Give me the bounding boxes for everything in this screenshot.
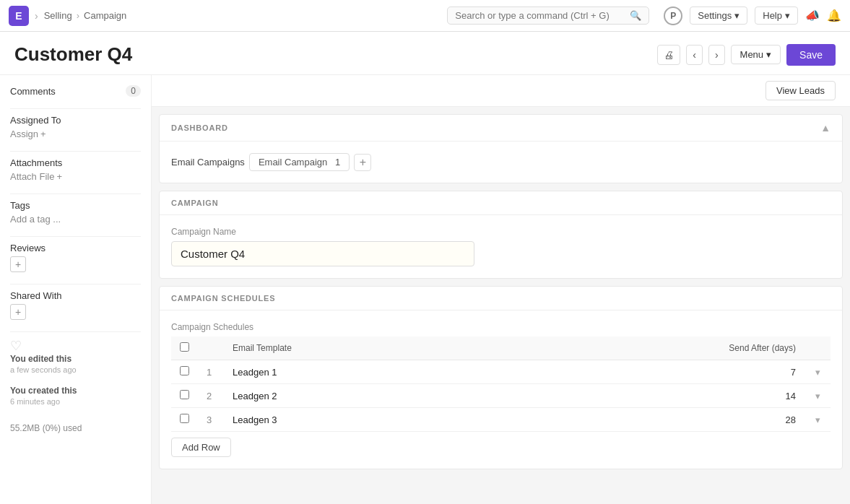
row-dropdown-icon[interactable]: ▾: [815, 414, 820, 425]
user-badge: P: [664, 6, 682, 25]
comments-count: 0: [126, 85, 141, 97]
dashboard-toggle[interactable]: ▲: [820, 122, 831, 134]
row-num: 2: [198, 384, 224, 408]
sidebar-comments-section: Comments 0: [10, 85, 141, 97]
row-send-after: 7: [500, 360, 805, 384]
row-template-name: Leadgen 3: [224, 408, 500, 432]
row-template-name: Leadgen 1: [224, 360, 500, 384]
sidebar-shared-section: Shared With +: [10, 290, 141, 320]
header-actions: 🖨 ‹ › Menu ▾ Save: [657, 44, 836, 66]
row-dropdown-icon[interactable]: ▾: [815, 367, 820, 378]
add-email-campaign-button[interactable]: +: [354, 154, 371, 171]
row-checkbox[interactable]: [180, 390, 189, 399]
activity-time-2: 6 minutes ago: [10, 397, 141, 406]
notification-icon[interactable]: 📣: [805, 9, 820, 22]
email-campaigns-row: Email Campaigns Email Campaign 1 +: [171, 153, 831, 171]
top-nav: E › Selling › Campaign 🔍 P Settings ▾ He…: [0, 0, 850, 32]
dashboard-body: Email Campaigns Email Campaign 1 +: [160, 142, 842, 183]
attachments-label: Attachments: [10, 157, 62, 168]
sidebar-reviews-section: Reviews +: [10, 243, 141, 272]
col-send-after: Send After (days): [500, 336, 805, 360]
assign-plus-icon: +: [40, 129, 46, 139]
tags-label: Tags: [10, 200, 30, 211]
assign-action[interactable]: Assign +: [10, 129, 141, 139]
campaign-title: CAMPAIGN: [171, 199, 218, 207]
help-button[interactable]: Help ▾: [755, 6, 798, 25]
add-row-button[interactable]: Add Row: [171, 438, 231, 457]
menu-chevron-icon: ▾: [766, 49, 771, 60]
row-dropdown-icon[interactable]: ▾: [815, 391, 820, 401]
bell-icon[interactable]: 🔔: [827, 9, 841, 22]
search-icon: 🔍: [630, 10, 641, 21]
add-tag-action[interactable]: Add a tag ...: [10, 214, 141, 225]
campaign-schedules-body: Campaign Schedules Email Template Send A…: [160, 310, 842, 469]
reviews-label: Reviews: [10, 243, 45, 253]
sidebar-assigned-section: Assigned To Assign +: [10, 115, 141, 139]
storage-info: 55.2MB (0%) used: [10, 423, 141, 433]
search-input[interactable]: [455, 10, 627, 21]
add-review-button[interactable]: +: [10, 256, 26, 272]
page-title: Customer Q4: [14, 43, 657, 66]
campaign-name-label: Campaign Name: [171, 227, 831, 237]
campaign-schedules-section: CAMPAIGN SCHEDULES Campaign Schedules Em…: [159, 286, 843, 469]
activity-item-2: You created this: [10, 386, 141, 396]
email-campaigns-label: Email Campaigns: [171, 157, 245, 168]
sidebar: Comments 0 Assigned To Assign + Attachme…: [0, 75, 152, 504]
activity-item-1: You edited this: [10, 354, 141, 364]
table-row: 2 Leadgen 2 14 ▾: [171, 384, 831, 408]
breadcrumb-campaign[interactable]: Campaign: [84, 10, 126, 21]
view-leads-bar: View Leads: [152, 75, 850, 107]
email-campaign-tab[interactable]: Email Campaign 1: [249, 153, 350, 171]
heart-icon: ♡: [10, 338, 141, 354]
nav-next-button[interactable]: ›: [708, 45, 725, 65]
col-actions: [805, 336, 831, 360]
settings-button[interactable]: Settings ▾: [690, 6, 747, 25]
search-bar: 🔍: [447, 6, 649, 25]
row-num: 3: [198, 408, 224, 432]
menu-button[interactable]: Menu ▾: [731, 45, 781, 64]
breadcrumb: Selling › Campaign: [44, 10, 127, 21]
dashboard-section: DASHBOARD ▲ Email Campaigns Email Campai…: [159, 114, 843, 183]
comments-label: Comments: [10, 86, 56, 97]
settings-chevron-icon: ▾: [734, 10, 740, 21]
row-num: 1: [198, 360, 224, 384]
col-check: [171, 336, 198, 360]
view-leads-button[interactable]: View Leads: [766, 81, 836, 100]
app-icon: E: [9, 6, 29, 26]
save-button[interactable]: Save: [786, 44, 836, 66]
nav-right: P Settings ▾ Help ▾ 📣 🔔: [664, 6, 841, 25]
campaign-header: CAMPAIGN: [160, 191, 842, 215]
select-all-checkbox[interactable]: [180, 342, 189, 352]
row-checkbox[interactable]: [180, 366, 189, 375]
row-send-after: 28: [500, 408, 805, 432]
nav-prev-button[interactable]: ‹: [686, 45, 703, 65]
shared-with-label: Shared With: [10, 290, 62, 301]
row-checkbox[interactable]: [180, 414, 189, 423]
campaign-schedules-label: Campaign Schedules: [171, 322, 831, 332]
campaign-name-input[interactable]: [171, 241, 474, 266]
dashboard-title: DASHBOARD: [171, 123, 228, 132]
content-area: View Leads DASHBOARD ▲ Email Campaigns E…: [152, 75, 850, 504]
table-row: 1 Leadgen 1 7 ▾: [171, 360, 831, 384]
row-send-after: 14: [500, 384, 805, 408]
print-button[interactable]: 🖨: [657, 45, 680, 65]
attach-file-action[interactable]: Attach File +: [10, 171, 141, 182]
activity-time-1: a few seconds ago: [10, 365, 141, 374]
sidebar-attachments-section: Attachments Attach File +: [10, 157, 141, 182]
table-row: 3 Leadgen 3 28 ▾: [171, 408, 831, 432]
add-shared-button[interactable]: +: [10, 304, 26, 320]
row-template-name: Leadgen 2: [224, 384, 500, 408]
campaign-schedules-header: CAMPAIGN SCHEDULES: [160, 287, 842, 310]
sidebar-activity-section: ♡ You edited this a few seconds ago You …: [10, 338, 141, 433]
campaign-section: CAMPAIGN Campaign Name: [159, 191, 843, 279]
sidebar-tags-section: Tags Add a tag ...: [10, 200, 141, 225]
campaign-schedules-title: CAMPAIGN SCHEDULES: [171, 294, 275, 303]
dashboard-header: DASHBOARD ▲: [160, 115, 842, 142]
assigned-to-label: Assigned To: [10, 115, 61, 126]
col-num: [198, 336, 224, 360]
breadcrumb-selling[interactable]: Selling: [44, 10, 72, 21]
campaign-body: Campaign Name: [160, 215, 842, 278]
help-chevron-icon: ▾: [785, 10, 790, 21]
col-email-template: Email Template: [224, 336, 500, 360]
schedule-table: Email Template Send After (days) 1 Leadg…: [171, 336, 831, 432]
